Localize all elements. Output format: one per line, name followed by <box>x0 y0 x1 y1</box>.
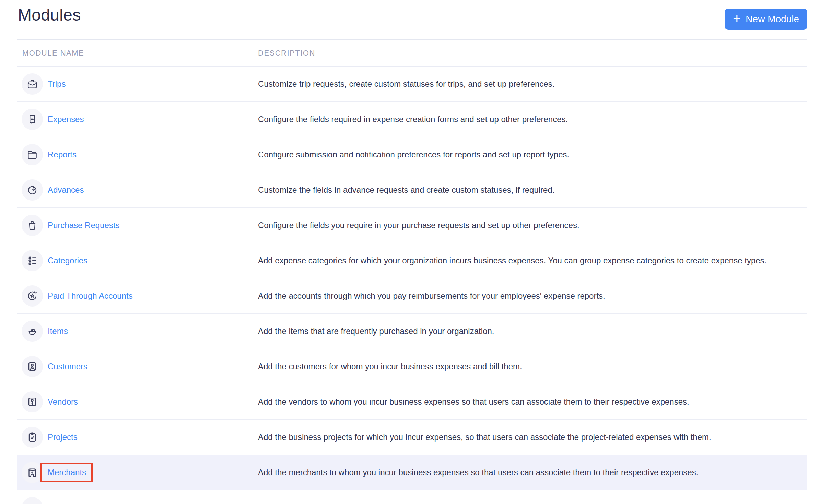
module-link-wrap: Reports <box>48 150 77 159</box>
module-description: Add the merchants to whom you incur busi… <box>258 460 807 485</box>
table-row: Expenses Configure the fields required i… <box>17 102 807 137</box>
table-row: Advances Customize the fields in advance… <box>17 172 807 208</box>
module-name-cell: Categories <box>17 250 258 271</box>
module-name-cell: Trips <box>17 73 258 95</box>
module-link-wrap: Advances <box>48 185 84 195</box>
module-name-cell: Paid Through Accounts <box>17 285 258 307</box>
module-link-wrap: Expenses <box>48 115 84 124</box>
module-description: Configure submission and notification pr… <box>258 142 807 167</box>
table-row: Customers Add the customers for whom you… <box>17 349 807 384</box>
table-row: Purchase Requests Configure the fields y… <box>17 208 807 243</box>
module-name-cell: Vendors <box>17 391 258 412</box>
basket-icon <box>22 321 43 342</box>
module-link[interactable]: Merchants <box>48 468 86 477</box>
modules-settings-page: Modules + New Module MODULE NAME DESCRIP… <box>0 0 820 504</box>
table-row: Trips Customize trip requests, create cu… <box>17 67 807 102</box>
module-link-wrap: Vendors <box>48 397 78 407</box>
table-body: Trips Customize trip requests, create cu… <box>17 67 807 490</box>
shopping-bag-icon <box>22 215 43 236</box>
module-link-wrap: Categories <box>48 256 87 265</box>
module-name-cell: Items <box>17 321 258 342</box>
module-name-cell: Advances <box>17 179 258 201</box>
plus-icon: + <box>733 12 741 25</box>
refresh-star-icon <box>22 285 43 307</box>
module-link[interactable]: Categories <box>48 256 87 265</box>
module-description: Add the customers for whom you incur bus… <box>258 354 807 379</box>
module-name-cell: Expenses <box>17 109 258 130</box>
module-link-wrap: Items <box>48 326 68 336</box>
module-name-cell: Merchants <box>17 462 258 483</box>
table-row: Reports Configure submission and notific… <box>17 137 807 172</box>
clock-arrow-icon <box>22 179 43 201</box>
module-description: Customize trip requests, create custom s… <box>258 72 807 96</box>
receipt-icon <box>22 109 43 130</box>
table-header-row: MODULE NAME DESCRIPTION <box>17 40 807 67</box>
clipboard-check-icon <box>22 427 43 448</box>
module-link[interactable]: Reports <box>48 150 77 159</box>
module-link[interactable]: Customers <box>48 362 87 371</box>
module-description: Add expense categories for which your or… <box>258 248 807 273</box>
header-description: DESCRIPTION <box>258 49 807 58</box>
table-row-partial <box>17 490 807 502</box>
module-link[interactable]: Vendors <box>48 397 78 406</box>
module-description: Add the business projects for which you … <box>258 425 807 449</box>
table-row: Merchants Add the merchants to whom you … <box>17 455 807 490</box>
module-link[interactable]: Purchase Requests <box>48 220 119 230</box>
module-link[interactable]: Paid Through Accounts <box>48 291 133 300</box>
briefcase-icon <box>22 73 43 95</box>
module-description: Customize the fields in advance requests… <box>258 178 807 202</box>
module-description: Configure the fields you require in your… <box>258 213 807 238</box>
module-description: Configure the fields required in expense… <box>258 107 807 132</box>
module-link-wrap: Trips <box>48 79 66 89</box>
new-module-button-label: New Module <box>746 14 799 25</box>
module-link[interactable]: Expenses <box>48 115 84 124</box>
folder-icon <box>22 144 43 165</box>
module-name-cell: Reports <box>17 144 258 165</box>
table-row: Categories Add expense categories for wh… <box>17 243 807 278</box>
module-description: Add the accounts through which you pay r… <box>258 284 807 308</box>
module-link-wrap: Paid Through Accounts <box>48 291 133 301</box>
module-name-cell: Projects <box>17 427 258 448</box>
table-row: Items Add the items that are frequently … <box>17 314 807 349</box>
click-annotation-box: Merchants <box>40 463 93 482</box>
page-header: Modules + New Module <box>0 0 820 39</box>
customer-card-icon <box>22 356 43 377</box>
page-title: Modules <box>18 5 81 24</box>
module-link[interactable]: Trips <box>48 79 66 88</box>
module-description: Add the items that are frequently purcha… <box>258 319 807 344</box>
module-link-wrap: Customers <box>48 362 87 371</box>
table-row: Vendors Add the vendors to whom you incu… <box>17 384 807 420</box>
vendor-card-icon <box>22 391 43 412</box>
modules-table: MODULE NAME DESCRIPTION Trips Customize … <box>17 39 807 502</box>
module-link-wrap: Purchase Requests <box>48 220 119 230</box>
category-list-icon <box>22 250 43 271</box>
new-module-button[interactable]: + New Module <box>725 9 807 30</box>
table-row: Projects Add the business projects for w… <box>17 420 807 455</box>
header-module-name: MODULE NAME <box>17 49 258 58</box>
module-link[interactable]: Advances <box>48 185 84 194</box>
module-icon-circle <box>22 497 43 504</box>
module-description: Add the vendors to whom you incur busine… <box>258 389 807 414</box>
module-link[interactable]: Projects <box>48 432 78 442</box>
module-link[interactable]: Items <box>48 326 68 336</box>
module-link-wrap: Projects <box>48 432 78 442</box>
table-row: Paid Through Accounts Add the accounts t… <box>17 278 807 314</box>
module-name-cell: Purchase Requests <box>17 215 258 236</box>
storefront-icon <box>22 462 43 483</box>
module-name-cell: Customers <box>17 356 258 377</box>
